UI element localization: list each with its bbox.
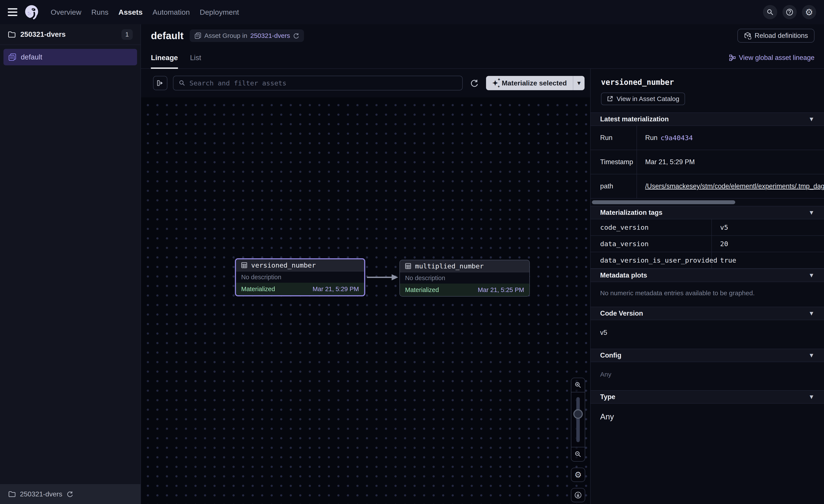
asset-node-versioned-number[interactable]: versioned_number No description Material… [235, 258, 365, 296]
lineage-graph-icon [729, 54, 736, 61]
asset-detail-panel: versioned_number View in Asset Catalog L… [590, 69, 824, 504]
chevron-down-icon[interactable]: ▼ [808, 352, 815, 359]
asset-node-description: No description [400, 272, 529, 283]
code-location-name: 250321-dvers [20, 30, 117, 38]
hamburger-menu-icon[interactable] [8, 8, 17, 16]
graph-settings-button[interactable]: ⚙ [571, 468, 585, 482]
chevron-down-icon[interactable]: ▼ [808, 209, 815, 216]
path-link[interactable]: /Users/smackesey/stm/code/elementl/exper… [645, 182, 824, 190]
asset-node-title: versioned_number [251, 261, 316, 269]
nav-item-automation[interactable]: Automation [152, 8, 190, 16]
graph-controls: ⚙ [571, 378, 585, 502]
latest-run-row: Run Run c9a40434 [591, 126, 824, 150]
collapse-sidebar-button[interactable] [153, 76, 167, 90]
folder-icon [8, 30, 16, 38]
code-version-value: v5 [591, 320, 824, 349]
chevron-down-icon[interactable]: ▼ [808, 272, 815, 279]
asset-count-badge: 1 [121, 29, 133, 40]
latest-timestamp-row: Timestamp Mar 21, 5:29 PM [591, 150, 824, 174]
panel-expand-icon [157, 80, 164, 87]
badge-location-link[interactable]: 250321-dvers [250, 32, 290, 39]
table-icon [241, 262, 248, 269]
chevron-down-icon[interactable]: ▼ [808, 393, 815, 400]
group-item-label: default [21, 53, 42, 61]
timestamp-value: Mar 21, 5:29 PM [637, 150, 824, 174]
materialized-status: Materialized [405, 286, 439, 293]
refresh-graph-button[interactable] [468, 77, 481, 89]
sidebar-item-default-group[interactable]: default [3, 49, 137, 65]
view-global-asset-lineage-link[interactable]: View global asset lineage [729, 47, 815, 69]
asset-node-title: multiplied_number [415, 262, 484, 270]
asset-group-icon [194, 32, 201, 39]
tab-lineage[interactable]: Lineage [151, 47, 178, 69]
materialize-selected-button[interactable]: ✦✦✦ Materialize selected ▼ [486, 76, 585, 90]
refresh-icon[interactable] [67, 491, 73, 497]
panel-asset-title: versioned_number [601, 78, 814, 87]
search-field-wrap [173, 76, 462, 91]
nav-item-overview[interactable]: Overview [50, 8, 81, 16]
chevron-down-icon[interactable]: ▼ [808, 310, 815, 317]
sidebar-footer[interactable]: 250321-dvers [0, 484, 140, 504]
table-icon [405, 263, 412, 269]
sidebar-code-location-row[interactable]: 250321-dvers 1 [0, 24, 140, 45]
tag-row: code_version v5 [591, 219, 824, 236]
asset-node-description: No description [236, 271, 364, 283]
asset-groups-sidebar: 250321-dvers 1 default 250321-dvers [0, 24, 141, 504]
nav-item-assets[interactable]: Assets [118, 8, 143, 16]
lineage-edge-arrow [367, 272, 399, 282]
nav-item-runs[interactable]: Runs [91, 8, 108, 16]
download-icon [574, 491, 582, 499]
zoom-slider-track[interactable] [576, 397, 580, 442]
dagster-logo[interactable] [23, 4, 40, 20]
top-nav: Overview Runs Assets Automation Deployme… [0, 0, 824, 24]
tag-row: data_version 20 [591, 236, 824, 252]
folder-icon [8, 490, 16, 498]
chevron-down-icon[interactable]: ▼ [808, 116, 815, 123]
panel-horizontal-scrollbar [591, 199, 824, 206]
page-title: default [151, 30, 184, 41]
nav-links: Overview Runs Assets Automation Deployme… [50, 8, 239, 16]
reload-definitions-button[interactable]: Reload definitions [737, 29, 815, 43]
search-icon [179, 80, 186, 87]
materialize-dropdown-caret[interactable]: ▼ [573, 76, 585, 90]
materialized-status: Materialized [241, 285, 275, 293]
settings-gear-icon[interactable]: ⚙ [802, 5, 816, 19]
lineage-graph-canvas[interactable]: versioned_number No description Material… [141, 97, 590, 504]
page-header: default Asset Group in 250321-dvers Relo… [141, 24, 824, 47]
lineage-toolbar: ✦✦✦ Materialize selected ▼ [141, 69, 590, 97]
section-latest-materialization[interactable]: Latest materialization ▼ [591, 113, 824, 126]
help-icon[interactable] [783, 5, 797, 19]
zoom-out-button[interactable] [571, 447, 585, 461]
tab-list[interactable]: List [190, 47, 201, 69]
section-metadata-plots[interactable]: Metadata plots ▼ [591, 269, 824, 282]
materialized-timestamp[interactable]: Mar 21, 5:25 PM [478, 286, 524, 293]
reload-cube-icon [744, 32, 751, 39]
section-code-version[interactable]: Code Version ▼ [591, 307, 824, 320]
refresh-icon[interactable] [293, 33, 299, 39]
section-type[interactable]: Type ▼ [591, 390, 824, 404]
run-id-link[interactable]: c9a40434 [660, 134, 693, 142]
asset-group-badge[interactable]: Asset Group in 250321-dvers [190, 29, 304, 42]
external-link-icon [607, 96, 613, 102]
sparkle-icon: ✦✦✦ [492, 79, 498, 87]
tag-row: data_version_is_user_provided true [591, 252, 824, 269]
materialized-timestamp[interactable]: Mar 21, 5:29 PM [313, 285, 359, 293]
zoom-slider-knob[interactable] [573, 409, 583, 419]
search-assets-input[interactable] [189, 79, 457, 87]
zoom-in-button[interactable] [571, 378, 585, 392]
refresh-icon [470, 79, 479, 87]
download-image-button[interactable] [571, 488, 585, 502]
asset-node-multiplied-number[interactable]: multiplied_number No description Materia… [399, 260, 530, 296]
type-value: Any [591, 404, 824, 433]
section-materialization-tags[interactable]: Materialization tags ▼ [591, 206, 824, 219]
view-in-asset-catalog-button[interactable]: View in Asset Catalog [601, 93, 685, 105]
section-config[interactable]: Config ▼ [591, 349, 824, 362]
search-icon[interactable] [763, 5, 777, 19]
zoom-slider[interactable] [571, 392, 585, 447]
badge-prefix: Asset Group in [204, 32, 247, 39]
scrollbar-thumb[interactable] [592, 200, 735, 204]
metadata-plots-empty-text: No numeric metadata entries available to… [591, 282, 824, 307]
asset-group-icon [8, 53, 16, 61]
latest-path-row: path /Users/smackesey/stm/code/elementl/… [591, 174, 824, 199]
nav-item-deployment[interactable]: Deployment [200, 8, 239, 16]
